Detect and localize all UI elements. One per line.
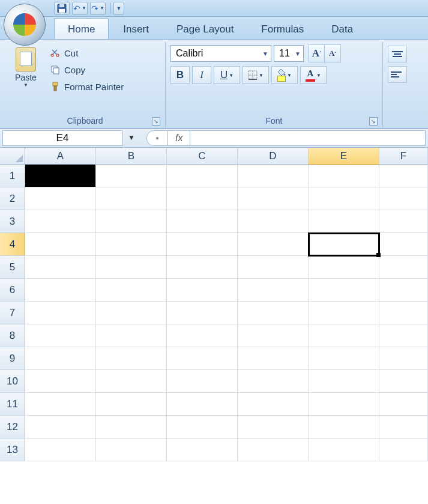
- cell-F5[interactable]: [379, 256, 428, 279]
- cell-E12[interactable]: [309, 416, 379, 439]
- cell-C12[interactable]: [167, 416, 238, 439]
- cell-C8[interactable]: [167, 324, 238, 347]
- cell-A10[interactable]: [25, 370, 96, 393]
- clipboard-dialog-launcher[interactable]: ↘: [152, 117, 160, 126]
- cell-E11[interactable]: [309, 393, 379, 416]
- cell-D3[interactable]: [238, 210, 309, 233]
- cell-A2[interactable]: [25, 187, 96, 210]
- save-button[interactable]: [54, 2, 70, 15]
- formula-input[interactable]: [190, 130, 426, 146]
- font-name-combo[interactable]: Calibri ▼: [170, 45, 271, 62]
- cell-B5[interactable]: [96, 256, 167, 279]
- row-header-8[interactable]: 8: [0, 324, 25, 347]
- col-header-E[interactable]: E: [309, 148, 379, 165]
- cell-F7[interactable]: [379, 302, 428, 324]
- qat-customize-button[interactable]: ▼: [113, 2, 124, 15]
- cell-B12[interactable]: [96, 416, 167, 439]
- cell-E10[interactable]: [309, 370, 379, 393]
- cell-F1[interactable]: [379, 165, 428, 187]
- cell-E5[interactable]: [309, 256, 379, 279]
- cell-D4[interactable]: [238, 233, 309, 256]
- font-size-combo[interactable]: 11 ▼: [274, 45, 304, 62]
- cell-E4[interactable]: [309, 233, 379, 256]
- cell-D5[interactable]: [238, 256, 309, 279]
- cell-B8[interactable]: [96, 324, 167, 347]
- cell-C1[interactable]: [167, 165, 238, 187]
- row-header-4[interactable]: 4: [0, 233, 25, 256]
- cell-A9[interactable]: [25, 347, 96, 370]
- cell-F9[interactable]: [379, 347, 428, 370]
- cell-F4[interactable]: [379, 233, 428, 256]
- underline-button[interactable]: U▼: [214, 66, 240, 84]
- cell-A7[interactable]: [25, 302, 96, 324]
- col-header-B[interactable]: B: [96, 148, 167, 165]
- cell-E7[interactable]: [309, 302, 379, 324]
- undo-button[interactable]: ↶▼: [72, 2, 88, 15]
- cell-A8[interactable]: [25, 324, 96, 347]
- cell-B11[interactable]: [96, 393, 167, 416]
- row-header-11[interactable]: 11: [0, 393, 25, 416]
- cell-F10[interactable]: [379, 370, 428, 393]
- align-left-button[interactable]: [388, 66, 407, 83]
- worksheet-grid[interactable]: A B C D E F 1 2 3 4: [0, 148, 428, 461]
- redo-button[interactable]: ↷▼: [90, 2, 106, 15]
- copy-button[interactable]: Copy: [46, 61, 128, 78]
- cell-A6[interactable]: [25, 279, 96, 302]
- cell-D12[interactable]: [238, 416, 309, 439]
- name-box[interactable]: E4 ▼: [2, 130, 122, 146]
- cell-B3[interactable]: [96, 210, 167, 233]
- col-header-D[interactable]: D: [238, 148, 309, 165]
- row-header-7[interactable]: 7: [0, 302, 25, 324]
- cell-A3[interactable]: [25, 210, 96, 233]
- row-header-3[interactable]: 3: [0, 210, 25, 233]
- cell-F13[interactable]: [379, 439, 428, 461]
- row-header-5[interactable]: 5: [0, 256, 25, 279]
- cell-A5[interactable]: [25, 256, 96, 279]
- col-header-A[interactable]: A: [25, 148, 96, 165]
- cell-D8[interactable]: [238, 324, 309, 347]
- cell-A4[interactable]: [25, 233, 96, 256]
- row-header-13[interactable]: 13: [0, 439, 25, 461]
- cell-A12[interactable]: [25, 416, 96, 439]
- cell-E6[interactable]: [309, 279, 379, 302]
- row-header-12[interactable]: 12: [0, 416, 25, 439]
- cell-B2[interactable]: [96, 187, 167, 210]
- cell-C11[interactable]: [167, 393, 238, 416]
- tab-home[interactable]: Home: [54, 18, 109, 39]
- cell-B6[interactable]: [96, 279, 167, 302]
- cell-C6[interactable]: [167, 279, 238, 302]
- cell-C5[interactable]: [167, 256, 238, 279]
- cell-B1[interactable]: [96, 165, 167, 187]
- cell-C13[interactable]: [167, 439, 238, 461]
- font-dialog-launcher[interactable]: ↘: [369, 117, 378, 126]
- cell-F6[interactable]: [379, 279, 428, 302]
- tab-formulas[interactable]: Formulas: [248, 19, 317, 39]
- cell-E8[interactable]: [309, 324, 379, 347]
- cell-D13[interactable]: [238, 439, 309, 461]
- italic-button[interactable]: I: [192, 66, 211, 84]
- cell-F12[interactable]: [379, 416, 428, 439]
- grow-font-button[interactable]: Aˆ: [309, 45, 325, 62]
- tab-insert[interactable]: Insert: [110, 19, 162, 39]
- top-align-button[interactable]: [388, 46, 407, 62]
- fill-color-button[interactable]: ▼: [271, 66, 298, 84]
- row-header-1[interactable]: 1: [0, 165, 25, 187]
- cell-E1[interactable]: [309, 165, 379, 187]
- row-header-9[interactable]: 9: [0, 347, 25, 370]
- cell-F2[interactable]: [379, 187, 428, 210]
- cell-C4[interactable]: [167, 233, 238, 256]
- cell-C10[interactable]: [167, 370, 238, 393]
- row-header-10[interactable]: 10: [0, 370, 25, 393]
- office-button[interactable]: [4, 4, 46, 46]
- cut-button[interactable]: Cut: [46, 44, 128, 61]
- cell-A13[interactable]: [25, 439, 96, 461]
- select-all-corner[interactable]: [0, 148, 25, 165]
- paste-button[interactable]: Paste ▼: [10, 44, 42, 95]
- cell-B10[interactable]: [96, 370, 167, 393]
- format-painter-button[interactable]: Format Painter: [46, 78, 128, 95]
- cell-D7[interactable]: [238, 302, 309, 324]
- cell-F11[interactable]: [379, 393, 428, 416]
- cell-C3[interactable]: [167, 210, 238, 233]
- borders-button[interactable]: ▼: [243, 66, 269, 84]
- cell-D2[interactable]: [238, 187, 309, 210]
